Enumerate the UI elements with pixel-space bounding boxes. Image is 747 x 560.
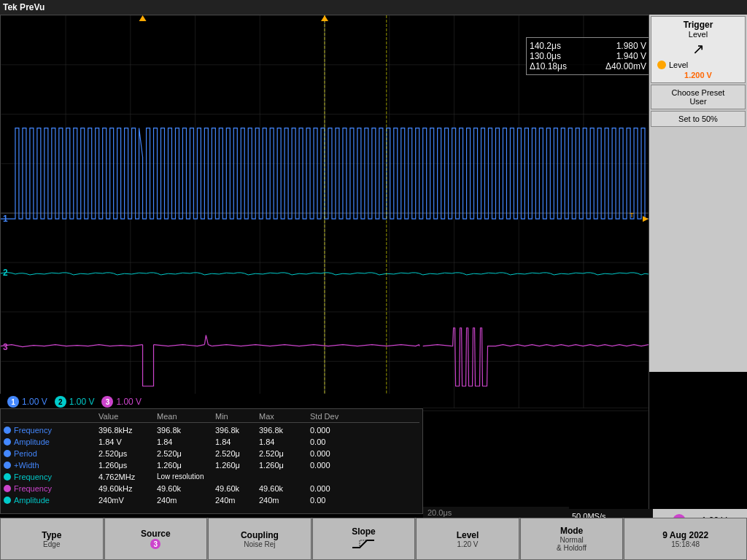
mode-title: Mode — [560, 526, 583, 536]
meas-label-2: Amplitude — [4, 436, 98, 448]
ch2-indicator: 2 — [55, 396, 66, 408]
cursor-readout: 140.2μs 1.980 V 130.0μs 1.940 V Δ10.18μs… — [526, 37, 649, 75]
time-value: 15:18:48 — [671, 540, 700, 548]
measurements-panel: Value Mean Min Max Std Dev Frequency 396… — [0, 408, 423, 514]
user-label: User — [653, 97, 743, 106]
meas-mean-6: 49.60k — [157, 483, 215, 494]
meas-label-4: +Width — [4, 459, 98, 471]
coupling-button[interactable]: Coupling Noise Rej — [208, 518, 311, 560]
orange-circle-icon — [657, 61, 666, 69]
datetime-button: 9 Aug 2022 15:18:48 — [624, 518, 747, 560]
meas-row-7: Amplitude 240mV 240m 240m 240m 0.00 — [4, 494, 419, 506]
meas-headers: Value Mean Min Max Std Dev — [4, 412, 419, 423]
mode-button[interactable]: Mode Normal & Holdoff — [520, 518, 624, 560]
ch2-marker: 2 — [3, 268, 8, 278]
meas-min-3: 2.520μ — [215, 448, 259, 459]
meas-label-7: Amplitude — [4, 494, 98, 506]
meas-max-3: 2.520μ — [259, 448, 310, 459]
meas-label-3: Period — [4, 448, 98, 459]
meas-row-1: Frequency 396.8kHz 396.8k 396.8k 396.8k … — [4, 424, 419, 436]
ch3-marker: 3 — [3, 342, 8, 352]
level-title: Level — [457, 530, 479, 540]
source-value-area: 3 — [150, 539, 160, 549]
ch2-scale: 2 1.00 V — [55, 396, 95, 408]
set-to-50-button[interactable]: Set to 50% — [651, 111, 746, 127]
meas-max-6: 49.60k — [259, 483, 310, 494]
choose-preset-button[interactable]: Choose Preset User — [651, 85, 746, 109]
bottom-toolbar: Type Edge Source 3 Coupling Noise Rej Sl… — [0, 518, 747, 560]
cursor1-time: 140.2μs — [530, 41, 561, 51]
meas-label-5: Frequency — [4, 471, 98, 483]
meas-row-4: +Width 1.260μs 1.260μ 1.260μ 1.260μ 0.00… — [4, 459, 419, 471]
meas-min-4: 1.260μ — [215, 459, 259, 471]
meas-std-4: 0.000 — [310, 459, 361, 471]
slope-title: Slope — [352, 526, 376, 537]
trigger-title: Trigger — [654, 20, 742, 30]
meas-max-7: 240m — [259, 494, 310, 506]
meas-col-value: Value — [98, 412, 157, 421]
meas-col-label — [4, 412, 98, 421]
meas-std-2: 0.00 — [310, 436, 361, 448]
meas-col-max: Max — [259, 412, 310, 421]
titlebar: Tek PreVu — [0, 0, 747, 15]
coupling-value: Noise Rej — [244, 540, 275, 548]
trigger-arrow-icon: ↗ — [654, 39, 742, 59]
meas-col-min: Min — [215, 412, 259, 421]
meas-std-7: 0.00 — [310, 494, 361, 506]
meas-val-6: 49.60kHz — [98, 483, 157, 494]
level-label: Level — [669, 61, 688, 69]
time-per-div: 20.0μs — [423, 507, 569, 518]
meas-mean-1: 396.8k — [157, 424, 215, 436]
meas-mean-7: 240m — [157, 494, 215, 506]
meas-val-5: 4.762MHz — [98, 471, 157, 483]
edge-label: Edge — [43, 540, 60, 548]
choose-preset-label: Choose Preset — [653, 88, 743, 97]
type-edge-button[interactable]: Type Edge — [0, 518, 104, 560]
cursor-delta-time: Δ10.18μs — [530, 61, 567, 71]
ch3-scale-value: 1.00 V — [116, 397, 142, 407]
source-button[interactable]: Source 3 — [104, 518, 208, 560]
level-button[interactable]: Level 1.20 V — [416, 518, 519, 560]
cursor2-volt: 1.940 V — [616, 51, 646, 61]
meas-col-mean: Mean — [157, 412, 215, 421]
ch1-indicator: 1 — [7, 396, 19, 408]
meas-std-1: 0.000 — [310, 424, 361, 436]
meas-mean-4: 1.260μ — [157, 459, 215, 471]
meas-mean-3: 2.520μ — [157, 448, 215, 459]
svg-marker-23 — [643, 216, 649, 222]
meas-val-1: 396.8kHz — [98, 424, 157, 436]
type-label: Type — [42, 530, 61, 540]
trigger-level-box: Trigger Level ↗ Level 1.200 V — [651, 16, 746, 83]
meas-val-2: 1.84 V — [98, 436, 157, 448]
svg-text:T: T — [630, 211, 634, 219]
meas-max-4: 1.260μ — [259, 459, 310, 471]
meas-row-2: Amplitude 1.84 V 1.84 1.84 1.84 0.00 — [4, 436, 419, 448]
source-ch-circle: 3 — [150, 539, 160, 549]
ch2-scale-value: 1.00 V — [69, 397, 95, 407]
ch1-scale: 1 1.00 V — [7, 396, 47, 408]
svg-marker-22 — [321, 15, 328, 21]
coupling-title: Coupling — [241, 530, 279, 540]
ch1-scale-value: 1.00 V — [22, 397, 47, 407]
meas-col-stddev: Std Dev — [310, 412, 361, 421]
ch3-scale: 3 1.00 V — [101, 396, 142, 408]
holdoff-label: & Holdoff — [557, 544, 587, 552]
level-value: 1.200 V — [654, 71, 742, 79]
level-indicator: Level — [654, 59, 742, 71]
set-to-50-label: Set to 50% — [653, 114, 743, 123]
meas-max-1: 396.8k — [259, 424, 310, 436]
cursor2-time: 130.0μs — [530, 51, 561, 61]
cursor1-volt: 1.980 V — [616, 41, 646, 51]
date-value: 9 Aug 2022 — [662, 530, 708, 540]
meas-min-2: 1.84 — [215, 436, 259, 448]
meas-row-6: Frequency 49.60kHz 49.60k 49.60k 49.60k … — [4, 483, 419, 494]
meas-min-7: 240m — [215, 494, 259, 506]
ch3-indicator: 3 — [101, 396, 113, 408]
meas-mean-2: 1.84 — [157, 436, 215, 448]
slope-button[interactable]: Slope — [312, 518, 416, 560]
ch1-marker: 1 — [3, 214, 8, 224]
meas-label-6: Frequency — [4, 483, 98, 494]
meas-row-3: Period 2.520μs 2.520μ 2.520μ 2.520μ 0.00… — [4, 448, 419, 459]
meas-val-3: 2.520μs — [98, 448, 157, 459]
trigger-panel: Trigger Level ↗ Level 1.200 V Choose Pre… — [649, 15, 747, 372]
